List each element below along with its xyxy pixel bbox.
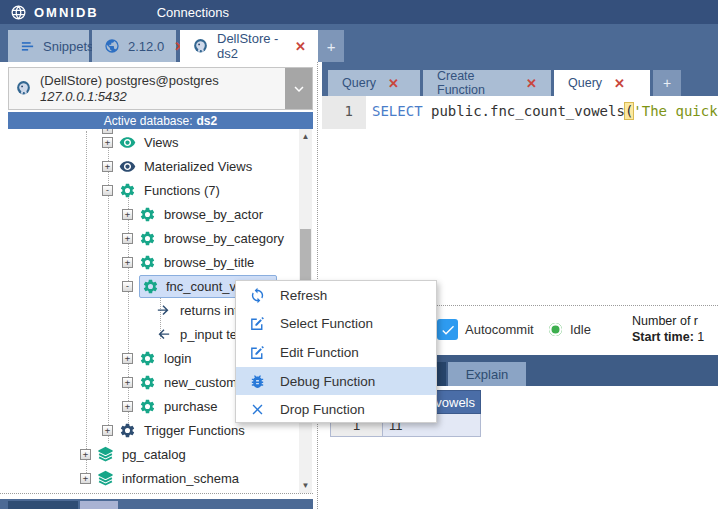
horizontal-splitter[interactable] <box>0 493 313 494</box>
expand-icon[interactable]: + <box>122 209 133 220</box>
gear-navy-icon <box>119 422 136 439</box>
tree-item-p-input-text[interactable]: p_input text <box>155 322 247 346</box>
omnidb-logo: OMNIDB <box>10 4 99 21</box>
globe-icon <box>104 38 120 54</box>
tree-item-browse-by-actor[interactable]: +browse_by_actor <box>122 202 263 226</box>
gear-teal-icon <box>139 374 156 391</box>
left-bottom-tab[interactable] <box>80 501 118 509</box>
tree-item-pg-catalog[interactable]: +pg_catalog <box>80 442 186 466</box>
records-count-label: Number of r <box>632 313 718 329</box>
sql-editor[interactable]: 1 SELECT public.fnc_count_vowels('The qu… <box>322 96 718 305</box>
postgres-elephant-icon <box>192 38 209 55</box>
tab-explain[interactable]: Explain <box>448 362 526 386</box>
line-number: 1 <box>345 103 353 119</box>
close-icon[interactable]: ✕ <box>614 76 625 91</box>
menu-item-debug-function[interactable]: Debug Function <box>236 367 436 396</box>
gear-teal-icon <box>139 398 156 415</box>
tree-item-browse-by-title[interactable]: +browse_by_title <box>122 250 254 274</box>
tree-item-label: Views <box>144 135 178 150</box>
tree-item-label: browse_by_actor <box>164 207 263 222</box>
expand-icon[interactable]: + <box>122 377 133 388</box>
expand-icon[interactable]: + <box>102 425 113 436</box>
editor-gutter: 1 <box>322 96 366 129</box>
gear-teal-icon <box>142 278 159 295</box>
status-label: Idle <box>570 322 591 337</box>
globe-logo-icon <box>10 4 27 21</box>
tree-item-views[interactable]: +Views <box>102 130 178 154</box>
new-query-tab-button[interactable]: + <box>653 70 681 96</box>
context-menu: RefreshSelect FunctionEdit FunctionDebug… <box>235 280 437 423</box>
tree-item-information-schema[interactable]: +information_schema <box>80 466 239 490</box>
tree-item-label: browse_by_category <box>164 231 284 246</box>
scroll-up-arrow-icon[interactable]: ▲ <box>299 129 312 144</box>
main-tab-2-12-0[interactable]: 2.12.0✕ <box>92 30 176 62</box>
connection-label: (DellStore) postgres@postgres 127.0.0.1:… <box>40 73 219 105</box>
tree-item-browse-by-category[interactable]: +browse_by_category <box>122 226 284 250</box>
menu-item-label: Debug Function <box>280 374 375 389</box>
connection-dropdown-button[interactable] <box>285 68 312 109</box>
tree-item-functions-7-[interactable]: -Functions (7) <box>102 178 220 202</box>
status-idle-icon <box>549 323 562 336</box>
menu-item-select-function[interactable]: Select Function <box>236 310 436 339</box>
expand-icon[interactable]: + <box>122 353 133 364</box>
autocommit-checkbox[interactable] <box>437 319 458 340</box>
expand-icon[interactable]: + <box>80 449 91 460</box>
expand-icon[interactable]: + <box>80 473 91 484</box>
expand-icon[interactable]: + <box>122 401 133 412</box>
left-bottom-tab-active[interactable] <box>8 501 78 509</box>
connection-name: (DellStore) postgres@postgres <box>40 73 219 89</box>
arrow-right-icon <box>155 302 172 319</box>
active-database-bar: Active database: ds2 <box>8 112 313 129</box>
left-bottom-tab-bar <box>0 499 313 509</box>
refresh-icon <box>249 287 266 304</box>
main-tab-dellstore-ds2[interactable]: DellStore - ds2✕ <box>180 30 318 62</box>
tree-item-login[interactable]: +login <box>122 346 191 370</box>
scroll-down-arrow-icon[interactable]: ▼ <box>299 478 312 493</box>
tree-item-label: Functions (7) <box>144 183 220 198</box>
close-icon[interactable]: ✕ <box>388 76 399 91</box>
main-tab-bar: Snippets2.12.0✕DellStore - ds2✕+ <box>0 24 718 62</box>
tree-guide-line <box>86 131 87 483</box>
edit-square-icon <box>249 344 266 361</box>
tab-label: Snippets <box>43 39 94 54</box>
expand-icon[interactable]: + <box>102 161 113 172</box>
new-connection-tab-button[interactable]: + <box>318 30 344 62</box>
menu-item-connections[interactable]: Connections <box>157 5 229 20</box>
collapse-icon[interactable]: - <box>102 185 113 196</box>
menu-item-drop-function[interactable]: Drop Function <box>236 395 436 424</box>
expand-icon[interactable]: + <box>122 257 133 268</box>
tab-label: 2.12.0 <box>128 39 164 54</box>
query-info-block: Number of r Start time: 1 <box>632 313 718 345</box>
edit-square-icon <box>249 315 266 332</box>
menu-item-edit-function[interactable]: Edit Function <box>236 338 436 367</box>
tree-item-label: Materialized Views <box>144 159 252 174</box>
expand-icon[interactable]: + <box>122 233 133 244</box>
connection-host: 127.0.0.1:5432 <box>40 89 219 105</box>
code-token-str: 'The quick <box>633 103 717 119</box>
bug-icon <box>249 373 266 390</box>
tree-item-trigger-functions[interactable]: +Trigger Functions <box>102 418 245 442</box>
tree-item-materialized-views[interactable]: +Materialized Views <box>102 154 252 178</box>
expand-icon[interactable]: + <box>102 137 113 148</box>
menu-item-label: Refresh <box>280 288 327 303</box>
gear-teal-icon <box>139 206 156 223</box>
tree-item-label: pg_catalog <box>122 447 186 462</box>
close-icon[interactable]: ✕ <box>295 39 306 54</box>
tree-item-label: login <box>164 351 191 366</box>
query-tab-0[interactable]: Query✕ <box>328 70 420 96</box>
tree-item-purchase[interactable]: +purchase <box>122 394 217 418</box>
query-tab-2[interactable]: Query✕ <box>554 70 650 96</box>
tree-item-label: information_schema <box>122 471 239 486</box>
active-db-value: ds2 <box>197 114 218 128</box>
brand-title: OMNIDB <box>34 5 99 20</box>
query-tab-1[interactable]: Create Function✕ <box>423 70 551 96</box>
check-icon <box>440 322 456 338</box>
collapse-icon[interactable]: - <box>122 281 133 292</box>
close-icon[interactable]: ✕ <box>526 76 537 91</box>
tree-item-new-customer[interactable]: +new_customer <box>122 370 249 394</box>
main-tab-snippets[interactable]: Snippets <box>8 30 89 62</box>
menu-item-refresh[interactable]: Refresh <box>236 281 436 310</box>
snippets-list-icon <box>20 39 35 54</box>
connection-selector[interactable]: (DellStore) postgres@postgres 127.0.0.1:… <box>8 67 313 110</box>
close-x-icon <box>249 401 266 418</box>
